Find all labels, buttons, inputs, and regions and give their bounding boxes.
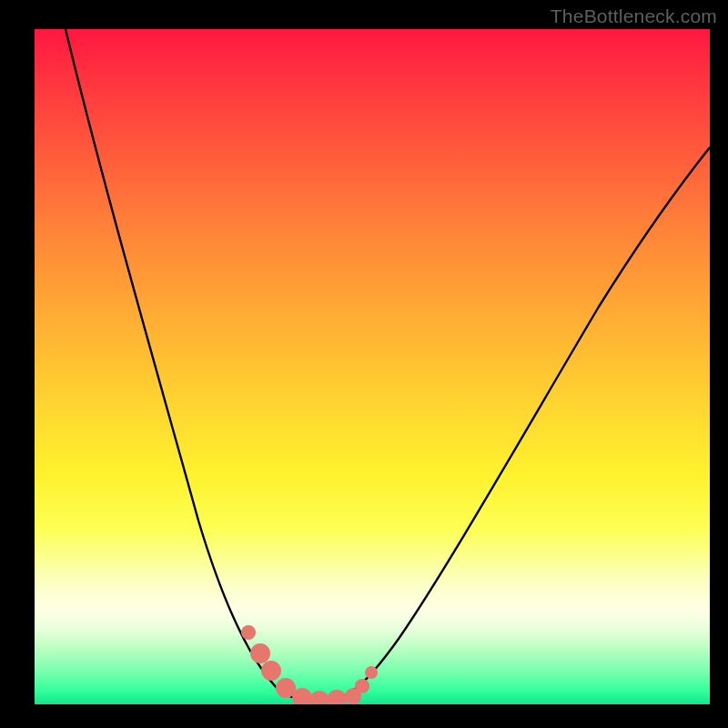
svg-point-0 (241, 625, 256, 640)
svg-point-2 (261, 661, 281, 681)
plot-area (35, 29, 710, 704)
curve-layer (35, 29, 710, 704)
watermark-text: TheBottleneck.com (551, 5, 717, 27)
svg-point-6 (327, 690, 347, 704)
chart-frame: TheBottleneck.com (0, 0, 728, 728)
highlight-dots (241, 625, 378, 704)
svg-point-8 (355, 679, 369, 693)
bottleneck-curve (66, 29, 710, 702)
svg-point-1 (250, 643, 270, 663)
svg-point-5 (309, 691, 329, 704)
svg-point-9 (365, 666, 378, 679)
